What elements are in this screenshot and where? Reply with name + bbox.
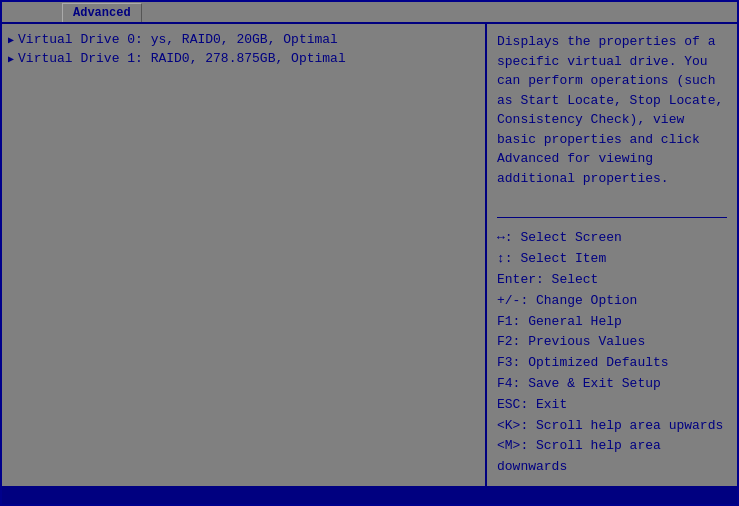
divider	[497, 217, 727, 218]
key-help-list: ↔: Select Screen↕: Select ItemEnter: Sel…	[497, 228, 727, 478]
key-help-item: <K>: Scroll help area upwards	[497, 416, 727, 437]
drive-item-1[interactable]: Virtual Drive 1: RAID0, 278.875GB, Optim…	[8, 51, 479, 66]
right-panel: Displays the properties of a specific vi…	[487, 24, 737, 486]
key-help-item: ↕: Select Item	[497, 249, 727, 270]
tab-bar: Advanced	[2, 2, 737, 22]
help-description: Displays the properties of a specific vi…	[497, 32, 727, 207]
key-help-item: ↔: Select Screen	[497, 228, 727, 249]
drive-item-0[interactable]: Virtual Drive 0: ys, RAID0, 20GB, Optima…	[8, 32, 479, 47]
key-help-item: F1: General Help	[497, 312, 727, 333]
key-help-item: <M>: Scroll help area downwards	[497, 436, 727, 478]
key-help-item: F4: Save & Exit Setup	[497, 374, 727, 395]
key-help-item: +/-: Change Option	[497, 291, 727, 312]
bottom-bar	[2, 486, 737, 504]
key-help-item: F2: Previous Values	[497, 332, 727, 353]
tab-advanced[interactable]: Advanced	[62, 3, 142, 22]
main-content: Virtual Drive 0: ys, RAID0, 20GB, Optima…	[2, 22, 737, 486]
key-help-item: ESC: Exit	[497, 395, 727, 416]
key-help-item: F3: Optimized Defaults	[497, 353, 727, 374]
bios-screen: Advanced Virtual Drive 0: ys, RAID0, 20G…	[0, 0, 739, 506]
key-help-item: Enter: Select	[497, 270, 727, 291]
left-panel: Virtual Drive 0: ys, RAID0, 20GB, Optima…	[2, 24, 487, 486]
